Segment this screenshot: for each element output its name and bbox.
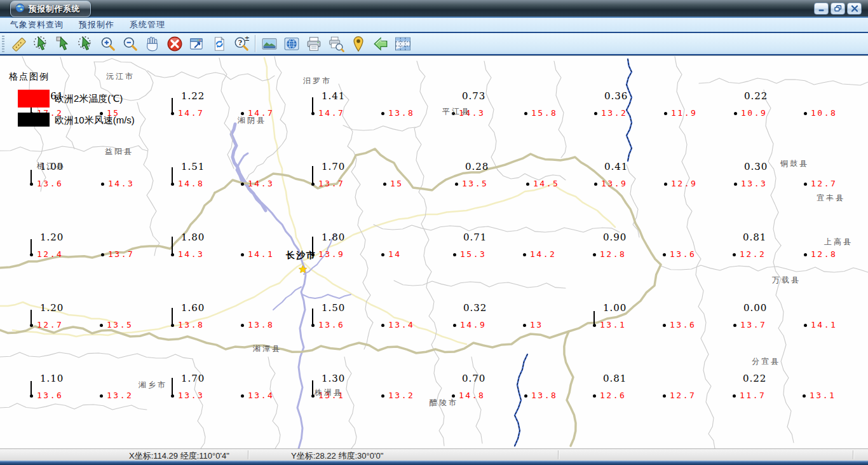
- window-arrow-icon: [189, 36, 205, 52]
- svg-text:±: ±: [244, 36, 249, 42]
- legend-label-temperature: 欧洲2米温度(℃): [55, 93, 123, 105]
- globe-icon: [283, 36, 300, 52]
- print-preview-button[interactable]: [325, 34, 347, 53]
- status-separator: [248, 450, 248, 459]
- arrow-box-icon: [55, 36, 72, 52]
- arrow-dotted-icon: [33, 36, 50, 52]
- app-window: 预报制作系统 气象资料查询 预报制作 系统管理 ?± 17.21.611514.…: [0, 0, 868, 465]
- close-button[interactable]: [847, 3, 862, 15]
- globe-icon: [15, 3, 25, 15]
- globe-button[interactable]: [280, 34, 302, 53]
- refresh-button[interactable]: [208, 34, 230, 53]
- arrow-dotted-icon: [78, 36, 94, 52]
- zoom-in-icon: [100, 36, 116, 52]
- zoom-out-icon: [122, 36, 139, 52]
- toolbar-separator: [255, 35, 255, 52]
- select-lasso-button[interactable]: [30, 34, 52, 53]
- print-icon: [306, 36, 322, 52]
- image-icon: [261, 36, 278, 52]
- grid-map-button[interactable]: [391, 34, 414, 53]
- back-arrow-icon: [372, 36, 389, 52]
- print-button[interactable]: [302, 34, 325, 53]
- save-image-button[interactable]: [258, 34, 280, 53]
- menu-system-management[interactable]: 系统管理: [125, 18, 170, 32]
- status-bar: X坐标:114.29 经度:110°0'4" Y坐标:28.22 纬度:30°0…: [0, 448, 868, 461]
- window-title-tab[interactable]: 预报制作系统: [10, 1, 91, 17]
- legend-swatch-wind: [18, 113, 50, 127]
- title-bar: 预报制作系统: [0, 0, 868, 18]
- legend-title: 格点图例: [9, 71, 50, 83]
- stop-icon: [166, 36, 183, 52]
- legend-swatch-temperature: [18, 90, 50, 108]
- window-bottom-edge: [0, 461, 868, 465]
- toolbar-grip[interactable]: [2, 36, 4, 52]
- select-circle-button[interactable]: [74, 34, 97, 53]
- toolbar: ?±: [0, 32, 868, 55]
- status-separator: [853, 450, 853, 459]
- back-button[interactable]: [369, 34, 391, 53]
- identify-button[interactable]: ?±: [230, 34, 252, 53]
- zoom-in-button[interactable]: [97, 34, 119, 53]
- identify-icon: ?±: [233, 36, 250, 52]
- menu-forecast-production[interactable]: 预报制作: [74, 18, 119, 32]
- pan-button[interactable]: [141, 34, 163, 53]
- refresh-icon: [211, 36, 227, 52]
- status-separator: [558, 450, 559, 459]
- menu-bar: 气象资料查询 预报制作 系统管理: [0, 18, 868, 32]
- select-button[interactable]: [52, 34, 74, 53]
- hand-icon: [144, 36, 161, 52]
- pin-icon: [350, 36, 367, 52]
- stop-button[interactable]: [163, 34, 186, 53]
- placemark-button[interactable]: [347, 34, 369, 53]
- grid-legend: 格点图例 欧洲2米温度(℃) 欧洲10米风速(m/s): [0, 56, 868, 448]
- ruler-icon: [11, 36, 27, 52]
- legend-label-wind: 欧洲10米风速(m/s): [55, 115, 135, 127]
- svg-text:?: ?: [238, 38, 241, 46]
- menu-weather-data-query[interactable]: 气象资料查询: [5, 18, 69, 32]
- print-preview-icon: [328, 36, 344, 52]
- minimize-button[interactable]: [814, 3, 829, 15]
- zoom-out-button[interactable]: [119, 34, 141, 53]
- measure-button[interactable]: [8, 34, 30, 53]
- grid-map-icon: [395, 36, 411, 52]
- window-title: 预报制作系统: [29, 4, 80, 15]
- window-controls: [814, 3, 862, 15]
- map-canvas[interactable]: 17.21.611514.71.2214.714.71.4113.814.30.…: [0, 55, 868, 448]
- restore-button[interactable]: [831, 3, 845, 15]
- new-window-button[interactable]: [186, 34, 208, 53]
